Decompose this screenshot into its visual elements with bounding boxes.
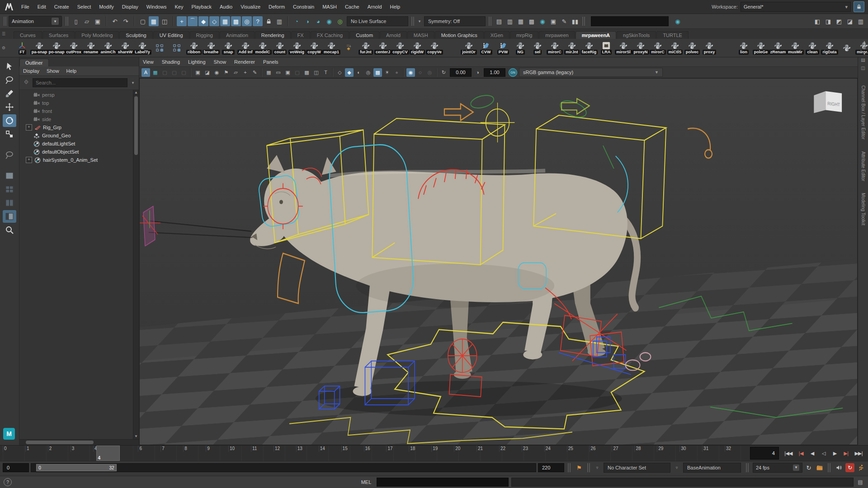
scroll-down-icon[interactable]: ▼	[133, 434, 139, 439]
animation-preferences-icon[interactable]	[856, 463, 865, 472]
undo-icon[interactable]: ↶	[110, 16, 120, 26]
shelf-tab[interactable]: TURTLE	[656, 31, 689, 39]
play-forwards-button[interactable]: ▶	[829, 448, 840, 459]
shelf-button[interactable]: polvec	[684, 42, 701, 55]
shelf-tab[interactable]: mrpaween	[539, 31, 575, 39]
shelf-button[interactable]: LRA	[598, 42, 615, 55]
outliner-item[interactable]: top	[19, 99, 133, 107]
shelf-button[interactable]: ribbon	[185, 42, 203, 55]
menu-item[interactable]: Windows	[142, 0, 171, 14]
shelf-button[interactable]: voWeig	[288, 42, 306, 55]
viewport-icon[interactable]	[332, 68, 333, 77]
shelf-button[interactable]: copyW	[306, 42, 323, 55]
shelf-tab[interactable]: Rendering	[255, 31, 291, 39]
shelf-button[interactable]: count	[271, 42, 288, 55]
shelf-button[interactable]: proxy	[701, 42, 718, 55]
layout-split-pane[interactable]	[3, 197, 16, 209]
layout-outliner-persp[interactable]	[3, 210, 16, 223]
field-chart-icon[interactable]: ▩	[302, 68, 311, 77]
ipr-render-icon[interactable]: ▦	[516, 16, 526, 26]
menu-item[interactable]: Visualize	[236, 0, 264, 14]
shelf-tab[interactable]: Surfaces	[42, 31, 75, 39]
viewport-menu-item[interactable]: Lighting	[188, 59, 206, 65]
image-plane-icon[interactable]: ▱	[231, 68, 240, 77]
shelf-button[interactable]: jointOr	[460, 42, 477, 55]
hypershade-icon[interactable]: ◉	[538, 16, 547, 26]
output-connections-icon[interactable]: ◉	[324, 16, 334, 26]
pan-zoom-icon[interactable]: +	[241, 68, 250, 77]
resolution-gate-icon[interactable]: ▣	[283, 68, 292, 77]
sidebar-channel-box-icon[interactable]: ◩	[834, 16, 844, 26]
shelf-tab[interactable]: FX Caching	[311, 31, 349, 39]
shelf-menu-icon[interactable]: ☰	[2, 32, 5, 36]
status-icon[interactable]	[288, 16, 288, 26]
outliner-item[interactable]: + hairSystem_0_Anim_Set	[19, 156, 133, 164]
selection-mask-object-icon[interactable]: ▦	[149, 16, 159, 26]
snap-view-plane-icon[interactable]: ▦	[220, 16, 230, 26]
status-icon[interactable]	[106, 16, 107, 26]
use-all-lights-icon[interactable]: ◎	[364, 68, 373, 77]
current-frame-field[interactable]: 4	[750, 447, 779, 460]
sidebar-attribute-editor-icon[interactable]: ◧	[812, 16, 822, 26]
shelf-gear-icon[interactable]: ⚙	[2, 46, 5, 50]
shelf-button[interactable]: miCtlS	[666, 42, 684, 55]
shelf-button[interactable]: pa-snap	[31, 42, 48, 55]
colorspace-select[interactable]: sRGB gamma (legacy) ▼	[519, 68, 663, 77]
redo-icon[interactable]: ↷	[121, 16, 131, 26]
sidebar-tool-settings-icon[interactable]: ◨	[823, 16, 833, 26]
filter-icon[interactable]: ⟐	[22, 79, 30, 86]
shelf-button[interactable]: NG	[512, 42, 529, 55]
renderer-badge-icon[interactable]: A	[142, 68, 150, 77]
range-start-handle[interactable]: 0	[38, 465, 41, 470]
shelf-button[interactable]: lion	[735, 42, 752, 55]
viewport-menu-item[interactable]: Renderer	[234, 59, 255, 65]
viewport-3d-scene[interactable]: RIGHT	[139, 78, 858, 445]
shelf-tab[interactable]: mrpRig	[510, 31, 538, 39]
viewport-icon[interactable]	[261, 68, 262, 77]
grip-handle[interactable]	[411, 17, 415, 26]
reference-cube[interactable]: RIGHT	[814, 91, 842, 113]
grip-handle[interactable]	[4, 17, 7, 26]
joint-xray-icon[interactable]: ◎	[425, 68, 434, 77]
shelf-button[interactable]: mirJnt	[563, 42, 580, 55]
viewport-menu-item[interactable]: Panels	[263, 59, 278, 65]
menu-item[interactable]: File	[17, 0, 33, 14]
scroll-thumb[interactable]	[26, 441, 94, 444]
viewport-menu-item[interactable]: View	[143, 59, 154, 65]
xray-icon[interactable]: ◌	[416, 68, 425, 77]
new-scene-icon[interactable]: ▯	[71, 16, 81, 26]
textured-mode-icon[interactable]: ◐	[354, 68, 363, 77]
shelf-button[interactable]: mirorC	[546, 42, 563, 55]
grip-handle[interactable]	[828, 463, 831, 472]
lock-selection-icon[interactable]	[264, 16, 274, 26]
gate-mask-icon[interactable]: ▢	[293, 68, 302, 77]
shelf-tab[interactable]: mrpaweenA	[576, 31, 616, 39]
frame-selection-tool[interactable]	[3, 224, 16, 236]
outliner-vscrollbar[interactable]: ▲ ▼	[133, 90, 139, 439]
fps-select[interactable]: 24 fps ▼	[753, 463, 802, 473]
save-scene-icon[interactable]: ▣	[93, 16, 103, 26]
exposure-icon[interactable]: ↻	[439, 68, 448, 77]
sidebar-vertical-tab[interactable]: Modeling Toolkit	[861, 193, 866, 225]
display-option-icon-1[interactable]: ▢	[160, 68, 169, 77]
outliner-menu-item[interactable]: Show	[47, 68, 59, 74]
go-to-end-button[interactable]: ▶▶|	[852, 448, 865, 459]
shelf-button[interactable]: clean	[804, 42, 821, 55]
command-language-label[interactable]: MEL	[359, 479, 374, 485]
grip-handle[interactable]	[746, 463, 749, 472]
viewport-icon[interactable]	[436, 68, 437, 77]
menu-item[interactable]: MASH	[318, 0, 341, 14]
shelf-tab[interactable]: Motion Graphics	[435, 31, 484, 39]
make-live-icon[interactable]: ▩	[231, 16, 241, 26]
step-forward-key-button[interactable]: ▶|	[840, 448, 851, 459]
snap-point-icon[interactable]: ◆	[198, 16, 208, 26]
shelf-tab[interactable]: ngSkinTools	[617, 31, 656, 39]
mute-audio-icon[interactable]	[835, 463, 844, 472]
scroll-down-icon[interactable]: ▼	[863, 52, 866, 56]
snap-mesh-center-icon[interactable]: ◎	[242, 16, 252, 26]
shelf-button[interactable]: rigidW	[409, 42, 426, 55]
outliner-title[interactable]: Outliner	[19, 59, 49, 66]
shelf-button[interactable]: cutProx	[65, 42, 82, 55]
gamma-badge-icon[interactable]: GN	[509, 68, 517, 77]
shelf-button[interactable]: FT	[14, 42, 31, 55]
